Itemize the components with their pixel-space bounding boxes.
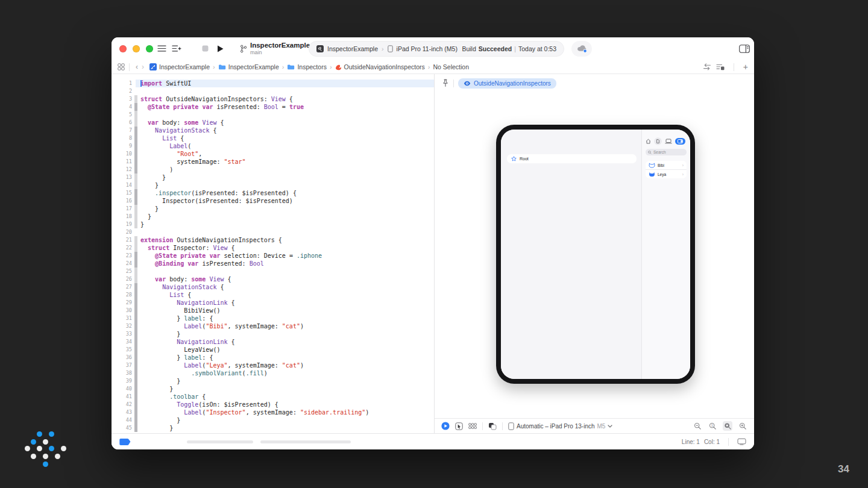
document-icon[interactable] [654,137,662,145]
inspector-list-row[interactable]: Leya› [646,169,687,178]
code-line[interactable]: 12 ) [112,166,434,174]
slide-page-number: 34 [838,463,849,475]
code-line[interactable]: 5 [112,111,434,119]
live-preview-button[interactable] [441,422,450,430]
preview-device-selector[interactable]: Automatic – iPad Pro 13-inch M5 [508,422,612,430]
code-line[interactable]: 27 NavigationStack { [112,283,434,291]
code-line[interactable]: 9 Label( [112,142,434,150]
code-line[interactable]: 4 @State private var isPresented: Bool =… [112,103,434,111]
display-icon[interactable] [737,438,746,445]
scheme-selector[interactable]: InspectorExample main [250,42,310,56]
jumpbar-right-controls: + [703,63,748,71]
code-text: NavigationStack { [140,283,224,291]
code-line[interactable]: 45 } [112,424,434,432]
stop-button[interactable] [202,45,209,52]
code-line[interactable]: 21extension OutsideNavigationInspectors … [112,236,434,244]
code-text: extension OutsideNavigationInspectors { [140,236,282,244]
code-line[interactable]: 43 Label("Inspector", systemImage: "side… [112,408,434,416]
code-line[interactable]: 25 [112,267,434,275]
code-line[interactable]: 14 } [112,181,434,189]
code-line[interactable]: 29 NavigationLink { [112,299,434,307]
breadcrumb-item[interactable]: No Selection [433,63,469,70]
code-line[interactable]: 15 .inspector(isPresented: $isPresented)… [112,189,434,197]
breadcrumb-item[interactable]: InspectorExample [149,63,210,70]
house-icon[interactable] [646,139,651,144]
code-line[interactable]: 38 .symbolVariant(.fill) [112,369,434,377]
pin-icon[interactable] [442,79,449,87]
row-label: Bibi [658,163,664,167]
forward-button[interactable]: › [142,63,144,70]
root-list-row[interactable]: Root [507,154,637,163]
minimize-traffic-light[interactable] [133,45,140,52]
code-line[interactable]: 37 Label("Leya", systemImage: "cat") [112,361,434,369]
code-line[interactable]: 26 var body: some View { [112,275,434,283]
preview-tab[interactable]: OutsideNavigationInspectors [458,78,556,89]
code-line[interactable]: 24 @Binding var isPresented: Bool [112,260,434,267]
code-line[interactable]: 13 } [112,174,434,181]
trailing-sidebar-toggle-icon[interactable] [739,45,750,53]
code-line[interactable]: 31 } label: { [112,314,434,322]
zoom-out-button[interactable] [693,421,702,431]
code-line[interactable]: 2 [112,87,434,95]
code-line[interactable]: 1import SwiftUI [112,80,434,87]
code-line[interactable]: 30 BibiView() [112,307,434,314]
close-traffic-light[interactable] [119,45,127,52]
code-line[interactable]: 35 LeyaView() [112,346,434,354]
laptop-icon[interactable] [665,139,672,144]
source-editor[interactable]: 1import SwiftUI23struct OutsideNavigatio… [112,74,434,433]
build-time: Today at 0:53 [518,45,556,52]
change-ribbon [134,361,137,369]
inspector-search-field[interactable]: Search [646,149,687,155]
change-ribbon [134,166,137,174]
zoom-traffic-light[interactable] [146,45,153,52]
code-line[interactable]: 6 var body: some View { [112,119,434,127]
compose-icon[interactable] [172,45,182,52]
code-line[interactable]: 32 Label("Bibi", systemImage: "cat") [112,322,434,330]
change-ribbon [134,103,137,111]
breadcrumb-label: OutsideNavigationInspectors [344,63,425,70]
sidebar-trailing-toggle[interactable] [675,138,685,145]
zoom-in-button[interactable] [738,421,747,431]
breadcrumb-item[interactable]: OutsideNavigationInspectors [335,63,425,70]
related-editors-icon[interactable] [703,63,711,70]
zoom-actual-size-button[interactable]: 1 [708,421,717,431]
inspector-list-row[interactable]: Bibi› [646,161,687,169]
navigator-list-icon[interactable] [157,45,166,52]
breadcrumb-item[interactable]: Inspectors [287,63,326,70]
code-line[interactable]: 42 Toggle(isOn: $isPresented) { [112,401,434,408]
back-button[interactable]: ‹ [136,63,138,70]
select-mode-button[interactable] [455,422,463,430]
breakpoint-tag-icon[interactable] [119,438,131,446]
code-line[interactable]: 20 [112,228,434,236]
code-line[interactable]: 7 NavigationStack { [112,127,434,134]
add-editor-button[interactable]: + [743,63,748,71]
code-line[interactable]: 8 List { [112,134,434,142]
code-line[interactable]: 44 } [112,416,434,424]
breadcrumb-item[interactable]: InspectorExample [218,63,279,70]
cloud-sync-button[interactable] [571,41,592,57]
code-line[interactable]: 41 .toolbar { [112,393,434,401]
activity-view[interactable]: InspectorExample › iPad Pro 11-inch (M5)… [309,41,564,57]
editor-list-icon[interactable] [716,64,725,70]
code-line[interactable]: 18 } [112,213,434,221]
code-line[interactable]: 11 systemImage: "star" [112,158,434,166]
code-line[interactable]: 28 List { [112,291,434,299]
code-line[interactable]: 22 struct Inspector: View { [112,244,434,252]
code-line[interactable]: 40 } [112,385,434,393]
code-line[interactable]: 39 } [112,377,434,385]
run-button[interactable] [216,45,224,53]
code-line[interactable]: 16 Inspector(isPresented: $isPresented) [112,197,434,205]
editor-grid-icon[interactable] [118,63,125,70]
color-scheme-button[interactable] [488,422,497,430]
code-line[interactable]: 33 } [112,330,434,338]
project-app-icon [316,45,324,52]
zoom-to-fit-button[interactable] [723,421,732,431]
code-line[interactable]: 17 } [112,205,434,213]
code-line[interactable]: 10 "Root", [112,150,434,158]
code-line[interactable]: 36 } label: { [112,354,434,361]
code-line[interactable]: 34 NavigationLink { [112,338,434,346]
code-line[interactable]: 23 @State private var selection: Device … [112,252,434,260]
code-line[interactable]: 19} [112,221,434,228]
variants-grid-button[interactable] [468,423,477,430]
code-line[interactable]: 3struct OutsideNavigationInspectors: Vie… [112,95,434,103]
